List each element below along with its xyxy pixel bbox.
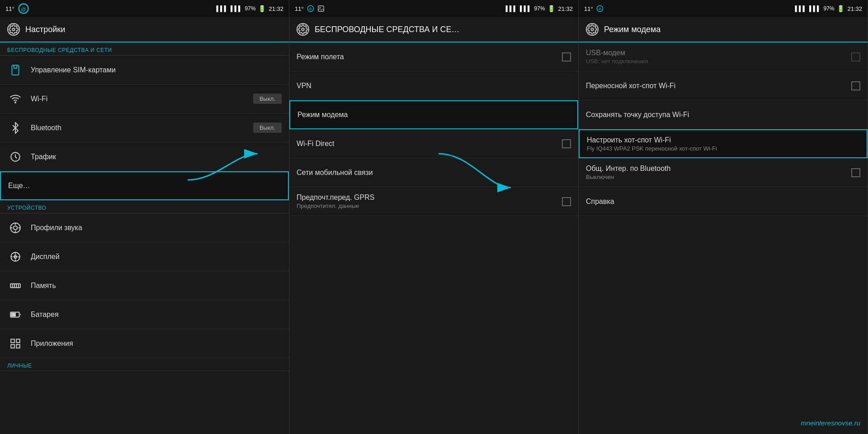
traffic-content: Трафик: [31, 153, 282, 161]
usb-subtitle: USB: нет подключения: [586, 58, 851, 65]
status-left-2: 11° @: [295, 5, 325, 13]
menu-item-modem[interactable]: Режим модема: [289, 100, 578, 129]
menu-item-more[interactable]: Еще…: [0, 171, 289, 200]
hotspot-content: Переносной хот-спот Wi-Fi: [586, 82, 851, 90]
bt-tethering-checkbox-box[interactable]: [851, 168, 860, 177]
menu-item-vpn[interactable]: VPN: [289, 71, 578, 100]
display-label: Дисплей: [31, 253, 282, 261]
time-1: 21:32: [269, 5, 283, 12]
svg-point-37: [591, 28, 594, 31]
apps-content: Приложения: [31, 340, 282, 348]
usb-label: USB-модем: [586, 49, 851, 57]
svg-rect-26: [11, 339, 14, 343]
bt-tethering-label: Общ. Интер. по Bluetooth: [586, 165, 851, 173]
menu-item-wifi[interactable]: Wi-Fi Выкл.: [0, 85, 289, 113]
wifi-toggle-btn[interactable]: Выкл.: [253, 94, 282, 104]
status-right-3: ▌▌▌ ▌▌▌ 97% 🔋 21:32: [795, 5, 862, 12]
memory-content: Память: [31, 282, 282, 290]
android-icon-2: @: [307, 5, 315, 13]
svg-text:@: @: [309, 7, 312, 10]
menu-item-configure-hotspot[interactable]: Настроить хот-спот Wi-Fi Fly IQ443 WPA2 …: [579, 129, 868, 158]
signal-icon-4: ▌▌▌: [520, 5, 532, 12]
menu-item-usb[interactable]: USB-модем USB: нет подключения: [579, 42, 868, 71]
sim-label: Управление SIM-картами: [31, 66, 282, 74]
battery-1: 97%: [245, 5, 255, 12]
menu-item-help[interactable]: Справка: [579, 187, 868, 216]
airplane-checkbox[interactable]: [562, 52, 571, 61]
battery-icon-3: 🔋: [837, 5, 844, 12]
title-bar-2: БЕСПРОВОДНЫЕ СРЕДСТВА И СЕ…: [289, 17, 578, 42]
menu-item-traffic[interactable]: Трафик: [0, 142, 289, 171]
svg-rect-4: [12, 65, 19, 75]
gprs-content: Предпочт.перед. GPRS Предпочтител. данны…: [297, 193, 562, 209]
android-icon-3: @: [596, 5, 604, 13]
menu-item-mobile[interactable]: Сети мобильной связи: [289, 158, 578, 187]
usb-checkbox[interactable]: [851, 52, 860, 61]
wifi-icon: [7, 91, 24, 107]
gprs-checkbox[interactable]: [562, 197, 571, 206]
airplane-label: Режим полета: [297, 53, 562, 61]
panel-modem: 11° @ ▌▌▌ ▌▌▌ 97% 🔋 21:32 Режим модема U…: [579, 0, 868, 434]
modem-content: Режим модема: [297, 111, 570, 119]
bluetooth-label: Bluetooth: [31, 124, 253, 132]
configure-hotspot-label: Настроить хот-спот Wi-Fi: [587, 136, 859, 144]
wifidirect-checkbox[interactable]: [562, 139, 571, 148]
menu-item-apps[interactable]: Приложения: [0, 329, 289, 358]
hotspot-checkbox[interactable]: [851, 81, 860, 90]
panel3-title: Режим модема: [604, 25, 660, 34]
hotspot-label: Переносной хот-спот Wi-Fi: [586, 82, 851, 90]
battery-3: 97%: [823, 5, 834, 12]
bluetooth-toggle[interactable]: Выкл.: [253, 123, 282, 133]
menu-item-sound[interactable]: Профили звука: [0, 213, 289, 242]
bluetooth-toggle-btn[interactable]: Выкл.: [253, 123, 282, 133]
menu-item-hotspot[interactable]: Переносной хот-спот Wi-Fi: [579, 71, 868, 100]
menu-item-gprs[interactable]: Предпочт.перед. GPRS Предпочтител. данны…: [289, 187, 578, 216]
status-right-1: ▌▌▌ ▌▌▌ 97% 🔋 21:32: [216, 5, 283, 12]
airplane-checkbox-box[interactable]: [562, 52, 571, 61]
menu-item-display[interactable]: Дисплей: [0, 242, 289, 271]
menu-item-sim[interactable]: Управление SIM-картами: [0, 56, 289, 85]
apps-label: Приложения: [31, 340, 282, 348]
menu-item-bluetooth[interactable]: Bluetooth Выкл.: [0, 113, 289, 142]
panel1-title: Настройки: [25, 25, 65, 34]
section-wireless: БЕСПРОВОДНЫЕ СРЕДСТВА И СЕТИ: [0, 42, 289, 56]
menu-item-battery[interactable]: Батарея: [0, 300, 289, 329]
wifi-toggle[interactable]: Выкл.: [253, 94, 282, 104]
more-label: Еще…: [8, 182, 281, 190]
usb-content: USB-модем USB: нет подключения: [586, 49, 851, 65]
svg-rect-29: [16, 344, 20, 348]
sound-icon: [7, 220, 24, 236]
svg-rect-18: [10, 283, 20, 288]
status-bar-3: 11° @ ▌▌▌ ▌▌▌ 97% 🔋 21:32: [579, 0, 868, 17]
save-hotspot-label: Сохранять точку доступа Wi-Fi: [586, 111, 860, 119]
wifi-label: Wi-Fi: [31, 95, 253, 103]
hotspot-checkbox-box[interactable]: [851, 81, 860, 90]
watermark: mneinteresnovse.ru: [801, 419, 860, 427]
configure-hotspot-content: Настроить хот-спот Wi-Fi Fly IQ443 WPA2 …: [587, 136, 859, 152]
time-2: 21:32: [558, 5, 573, 12]
menu-item-memory[interactable]: Память: [0, 271, 289, 300]
section-personal: ЛИЧНЫЕ: [0, 358, 289, 371]
menu-item-save-hotspot[interactable]: Сохранять точку доступа Wi-Fi: [579, 100, 868, 129]
battery-icon: [7, 307, 24, 323]
bt-tethering-checkbox[interactable]: [851, 168, 860, 177]
menu-item-airplane[interactable]: Режим полета: [289, 42, 578, 71]
svg-point-8: [14, 226, 18, 230]
wifidirect-content: Wi-Fi Direct: [297, 140, 562, 148]
more-content: Еще…: [8, 182, 281, 190]
menu-item-wifidirect[interactable]: Wi-Fi Direct: [289, 129, 578, 158]
wireless-gear-icon: [297, 23, 309, 36]
display-content: Дисплей: [31, 253, 282, 261]
title-bar-1: Настройки: [0, 17, 289, 42]
svg-point-34: [302, 28, 304, 31]
gprs-checkbox-box[interactable]: [562, 197, 571, 206]
vpn-content: VPN: [297, 82, 571, 90]
wifidirect-checkbox-box[interactable]: [562, 139, 571, 148]
panel-wireless: 11° @ ▌▌▌ ▌▌▌ 97% 🔋 21:32: [289, 0, 579, 434]
signal-icon-6: ▌▌▌: [809, 5, 821, 12]
status-right-2: ▌▌▌ ▌▌▌ 97% 🔋 21:32: [505, 5, 573, 12]
menu-item-bt-tethering[interactable]: Общ. Интер. по Bluetooth Выключен: [579, 158, 868, 187]
title-bar-3: Режим модема: [579, 17, 868, 42]
signal-icon-3: ▌▌▌: [505, 5, 517, 12]
display-icon: [7, 249, 24, 265]
